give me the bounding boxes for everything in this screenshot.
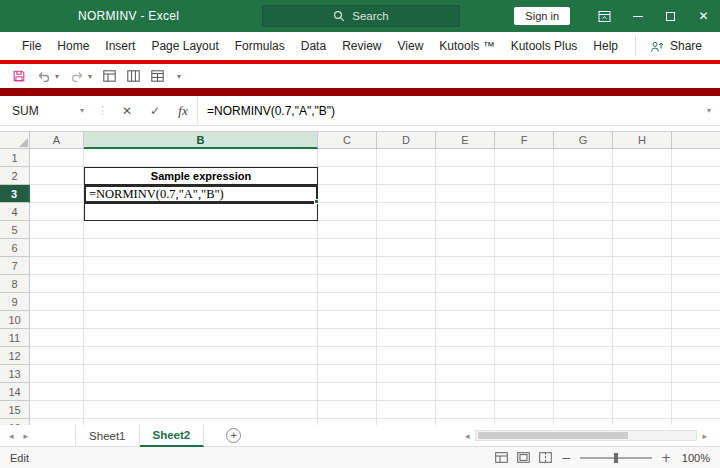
cell-a10[interactable] <box>30 311 84 329</box>
undo-button[interactable] <box>37 70 51 82</box>
enter-button[interactable]: ✓ <box>141 96 169 126</box>
row-header-15[interactable]: 15 <box>0 401 30 419</box>
sheet-nav-right-icon[interactable]: ▸ <box>19 431 34 441</box>
column-header-d[interactable]: D <box>377 132 436 149</box>
column-header-h[interactable]: H <box>613 132 672 149</box>
cell-e10[interactable] <box>436 311 495 329</box>
cell-f9[interactable] <box>495 293 554 311</box>
cell-e6[interactable] <box>436 239 495 257</box>
cell-e7[interactable] <box>436 257 495 275</box>
qat-customize-dropdown-icon[interactable]: ▾ <box>177 72 181 81</box>
close-button[interactable]: ✕ <box>687 0 720 32</box>
cell-a9[interactable] <box>30 293 84 311</box>
cell-e15[interactable] <box>436 401 495 419</box>
cell-d1[interactable] <box>377 149 436 167</box>
cell-d6[interactable] <box>377 239 436 257</box>
cell-e8[interactable] <box>436 275 495 293</box>
cell-g13[interactable] <box>554 365 613 383</box>
column-header-c[interactable]: C <box>318 132 377 149</box>
cell-e14[interactable] <box>436 383 495 401</box>
cell-h3[interactable] <box>613 185 672 203</box>
cell-f8[interactable] <box>495 275 554 293</box>
menu-data[interactable]: Data <box>293 39 334 53</box>
scroll-left-icon[interactable]: ◂ <box>460 431 475 441</box>
sign-in-button[interactable]: Sign in <box>514 7 570 25</box>
cell-h12[interactable] <box>613 347 672 365</box>
cell-e1[interactable] <box>436 149 495 167</box>
cell-f12[interactable] <box>495 347 554 365</box>
cell-h14[interactable] <box>613 383 672 401</box>
insert-function-button[interactable]: fx <box>169 96 197 126</box>
cell-e5[interactable] <box>436 221 495 239</box>
cell-c10[interactable] <box>318 311 377 329</box>
menu-kutools[interactable]: Kutools ™ <box>431 39 502 53</box>
cell-b13[interactable] <box>84 365 318 383</box>
cell-f14[interactable] <box>495 383 554 401</box>
cell-h5[interactable] <box>613 221 672 239</box>
cell-h2[interactable] <box>613 167 672 185</box>
cell-g14[interactable] <box>554 383 613 401</box>
cell-b9[interactable] <box>84 293 318 311</box>
zoom-slider[interactable] <box>580 457 652 459</box>
horizontal-scrollbar[interactable]: ◂ ▸ <box>456 430 712 441</box>
cell-h7[interactable] <box>613 257 672 275</box>
cell-g8[interactable] <box>554 275 613 293</box>
cell-d8[interactable] <box>377 275 436 293</box>
row-header-12[interactable]: 12 <box>0 347 30 365</box>
cell-c2[interactable] <box>318 167 377 185</box>
add-sheet-button[interactable]: + <box>226 428 241 443</box>
column-header-g[interactable]: G <box>554 132 613 149</box>
cell-d4[interactable] <box>377 203 436 221</box>
cell-b12[interactable] <box>84 347 318 365</box>
cell-c14[interactable] <box>318 383 377 401</box>
cell-b6[interactable] <box>84 239 318 257</box>
share-button[interactable]: Share <box>635 36 708 56</box>
row-header-6[interactable]: 6 <box>0 239 30 257</box>
cell-d7[interactable] <box>377 257 436 275</box>
row-header-11[interactable]: 11 <box>0 329 30 347</box>
cell-b11[interactable] <box>84 329 318 347</box>
cell-h15[interactable] <box>613 401 672 419</box>
cell-a4[interactable] <box>30 203 84 221</box>
row-header-5[interactable]: 5 <box>0 221 30 239</box>
cell-f10[interactable] <box>495 311 554 329</box>
cell-c9[interactable] <box>318 293 377 311</box>
cell-h6[interactable] <box>613 239 672 257</box>
minimize-button[interactable] <box>621 0 654 32</box>
cell-b8[interactable] <box>84 275 318 293</box>
cell-f11[interactable] <box>495 329 554 347</box>
cell-c8[interactable] <box>318 275 377 293</box>
column-header-f[interactable]: F <box>495 132 554 149</box>
menu-view[interactable]: View <box>390 39 432 53</box>
cell-b2[interactable]: Sample expression <box>84 167 318 185</box>
row-header-10[interactable]: 10 <box>0 311 30 329</box>
cell-h13[interactable] <box>613 365 672 383</box>
ribbon-display-options-button[interactable] <box>588 0 621 32</box>
sheet-nav-left-icon[interactable]: ◂ <box>4 431 19 441</box>
cell-a6[interactable] <box>30 239 84 257</box>
cell-b7[interactable] <box>84 257 318 275</box>
cell-g2[interactable] <box>554 167 613 185</box>
cell-b14[interactable] <box>84 383 318 401</box>
scroll-right-icon[interactable]: ▸ <box>697 431 712 441</box>
cell-c5[interactable] <box>318 221 377 239</box>
cell-f15[interactable] <box>495 401 554 419</box>
menu-file[interactable]: File <box>14 39 49 53</box>
formula-bar-expand-icon[interactable]: ▾ <box>698 96 720 126</box>
cell-c11[interactable] <box>318 329 377 347</box>
cell-a7[interactable] <box>30 257 84 275</box>
column-header-b[interactable]: B <box>84 132 318 149</box>
search-box[interactable]: Search <box>262 5 460 27</box>
cancel-button[interactable]: ✕ <box>113 96 141 126</box>
cell-d13[interactable] <box>377 365 436 383</box>
maximize-button[interactable] <box>654 0 687 32</box>
cell-d12[interactable] <box>377 347 436 365</box>
cell-h11[interactable] <box>613 329 672 347</box>
cell-a12[interactable] <box>30 347 84 365</box>
cell-d10[interactable] <box>377 311 436 329</box>
cell-d15[interactable] <box>377 401 436 419</box>
cell-g7[interactable] <box>554 257 613 275</box>
cell-b3[interactable]: =NORMINV(0.7,"A","B") <box>84 185 318 203</box>
row-header-2[interactable]: 2 <box>0 167 30 185</box>
cell-c13[interactable] <box>318 365 377 383</box>
